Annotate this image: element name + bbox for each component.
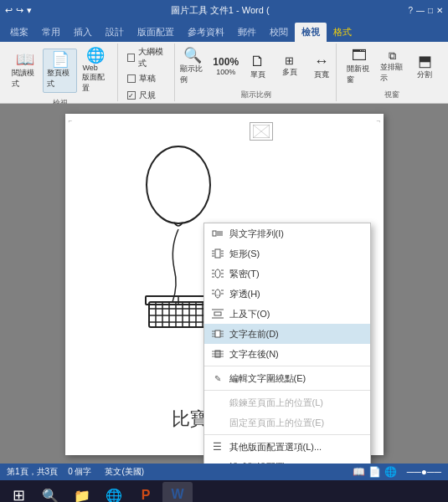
ctx-inline[interactable]: 與文字排列(I) [204, 223, 370, 243]
web-view-icon[interactable]: 🌐 [384, 466, 397, 478]
page-width-btn[interactable]: ↔ 頁寬 [306, 51, 337, 83]
undo-icon[interactable]: ↩ [5, 5, 13, 16]
ribbon-group-zoom: 🔍 顯示比例 100% 100% 🗋 單頁 ⊞ 多頁 ↔ 頁寬 顯示比例 [177, 44, 337, 101]
ctx-topbottom-label: 上及下(O) [229, 308, 270, 320]
print-view-icon[interactable]: 📄 [368, 466, 381, 478]
print-layout-icon: 📄 [51, 52, 70, 67]
corner-mark-tl: ⌐ [69, 117, 75, 124]
maximize-icon[interactable]: □ [428, 6, 433, 15]
status-view-icons[interactable]: 📖 📄 🌐 ──●── [353, 466, 441, 478]
svg-point-36 [215, 289, 220, 298]
ctx-behind[interactable]: 文字在後(N) [204, 344, 370, 364]
tab-view[interactable]: 檢視 [295, 23, 327, 42]
taskbar-browser[interactable]: 🌐 [99, 482, 129, 502]
one-page-label: 單頁 [250, 69, 265, 80]
taskbar-file-explorer[interactable]: 📁 [67, 482, 97, 502]
side-by-side-icon: ⧉ [389, 50, 396, 61]
ctx-morewrap-icon: ☰ [211, 440, 224, 453]
ctx-editwrap-label: 編輯文字圍繞點(E) [229, 372, 306, 385]
taskbar-powerpoint[interactable]: P [131, 482, 161, 502]
ctx-tight-label: 緊密(T) [229, 268, 260, 280]
draft-btn[interactable]: 草稿 [125, 72, 158, 85]
svg-rect-22 [215, 249, 220, 258]
tab-format[interactable]: 格式 [327, 23, 358, 42]
ctx-fixpos-label: 固定至頁面上的位置(E) [229, 417, 325, 429]
ctx-fixpos: 固定至頁面上的位置(E) [204, 412, 370, 433]
ctx-inline-label: 與文字排列(I) [229, 228, 284, 240]
new-window-icon: 🗔 [352, 48, 367, 63]
ctx-through-icon [211, 287, 224, 300]
ctx-topbottom[interactable]: 上及下(O) [204, 304, 370, 324]
outline-checkbox [127, 54, 135, 62]
taskbar-search[interactable]: 🔍 [35, 482, 65, 502]
web-layout-btn[interactable]: 🌐 Web版面配置 [79, 45, 111, 96]
tab-mailings[interactable]: 郵件 [231, 23, 263, 42]
svg-rect-18 [213, 231, 216, 236]
svg-rect-48 [215, 330, 220, 337]
ctx-topbottom-icon [211, 307, 224, 320]
ctx-tight-icon [211, 267, 224, 280]
print-layout-btn[interactable]: 📄 整頁模式 [43, 49, 77, 93]
minimize-icon[interactable]: — [416, 6, 425, 15]
ribbon-group-window: 🗔 開新視窗 ⧉ 並排顯示 ⬒ 分割 視窗 [338, 44, 445, 101]
tab-home[interactable]: 常用 [35, 23, 67, 42]
tab-file[interactable]: 檔案 [3, 23, 35, 42]
ctx-editwrap[interactable]: ✎ 編輯文字圍繞點(E) [204, 368, 370, 388]
zoom-group-label: 顯示比例 [241, 90, 271, 100]
image-placeholder [250, 122, 273, 141]
tab-insert[interactable]: 插入 [67, 23, 99, 42]
status-bar: 第1頁，共3頁 0 個字 英文(美國) 📖 📄 🌐 ──●── [0, 464, 448, 480]
ctx-square[interactable]: 矩形(S) [204, 243, 370, 264]
ctx-through[interactable]: 穿透(H) [204, 284, 370, 304]
title-bar: ↩ ↪ ▾ 圖片工具 文件1 - Word ( ? — □ ✕ [0, 0, 448, 20]
zoom-slider[interactable]: ──●── [407, 466, 441, 478]
ctx-infront-label: 文字在前(D) [229, 328, 279, 341]
side-by-side-btn[interactable]: ⧉ 並排顯示 [377, 48, 408, 86]
taskbar-start[interactable]: ⊞ [3, 482, 33, 502]
print-layout-label: 整頁模式 [47, 68, 73, 90]
ctx-setinline: 鍛鍊至頁面上的位置(L) [204, 392, 370, 412]
redo-icon[interactable]: ↪ [16, 5, 23, 16]
ctx-editwrap-icon: ✎ [211, 371, 224, 385]
one-page-icon: 🗋 [250, 54, 265, 69]
svg-rect-4 [149, 302, 208, 327]
window-group-label: 視窗 [384, 90, 399, 100]
split-btn[interactable]: ⬒ 分割 [409, 51, 440, 83]
ctx-setinline-icon [211, 396, 224, 409]
taskbar-word[interactable]: W [162, 482, 193, 502]
ruler-btn[interactable]: 尺規 [125, 89, 158, 102]
read-view-icon[interactable]: 📖 [353, 466, 365, 478]
tab-references[interactable]: 參考資料 [181, 23, 231, 42]
ribbon-tabs: 檔案 常用 插入 設計 版面配置 參考資料 郵件 校閱 檢視 格式 [0, 20, 448, 42]
ctx-morewrap-label: 其他版面配置選項(L)... [229, 441, 322, 453]
tab-review[interactable]: 校閱 [263, 23, 295, 42]
ctx-morewrap[interactable]: ☰ 其他版面配置選項(L)... [204, 437, 370, 457]
svg-point-3 [147, 146, 210, 223]
split-label: 分割 [417, 69, 432, 80]
title-bar-left-icons[interactable]: ↩ ↪ ▾ [5, 5, 32, 16]
new-window-btn[interactable]: 🗔 開新視窗 [343, 45, 374, 88]
close-icon[interactable]: ✕ [436, 6, 443, 15]
one-page-btn[interactable]: 🗋 單頁 [243, 51, 273, 83]
ctx-setdefault-label: 設成預設配置(A) [229, 461, 297, 464]
title-bar-right-icons[interactable]: ? — □ ✕ [408, 6, 443, 15]
tab-design[interactable]: 設計 [99, 23, 131, 42]
ctx-infront[interactable]: 文字在前(D) [204, 324, 370, 344]
ribbon-group-show: 大綱模式 草稿 尺規 格線 [120, 44, 176, 101]
100pct-icon: 100% [213, 57, 239, 67]
tab-layout[interactable]: 版面配置 [131, 23, 181, 42]
reading-mode-btn[interactable]: 📖 閱讀模式 [8, 49, 41, 92]
zoom-icon: 🔍 [183, 48, 202, 63]
100pct-btn[interactable]: 100% 100% [211, 54, 241, 79]
svg-rect-42 [214, 312, 221, 315]
multi-page-btn[interactable]: ⊞ 多頁 [275, 53, 305, 80]
ctx-setdefault[interactable]: 設成預設配置(A) [204, 457, 370, 464]
outline-mode-btn[interactable]: 大綱模式 [125, 45, 170, 70]
status-lang: 英文(美國) [105, 466, 144, 478]
ctx-tight[interactable]: 緊密(T) [204, 264, 370, 284]
100pct-label: 100% [216, 68, 235, 76]
help-icon[interactable]: ? [408, 6, 413, 15]
ribbon-toolbar: 📖 閱讀模式 📄 整頁模式 🌐 Web版面配置 檢視 大綱模式 [0, 42, 448, 104]
zoom-btn[interactable]: 🔍 顯示比例 [177, 45, 209, 88]
ctx-square-label: 矩形(S) [229, 248, 260, 260]
